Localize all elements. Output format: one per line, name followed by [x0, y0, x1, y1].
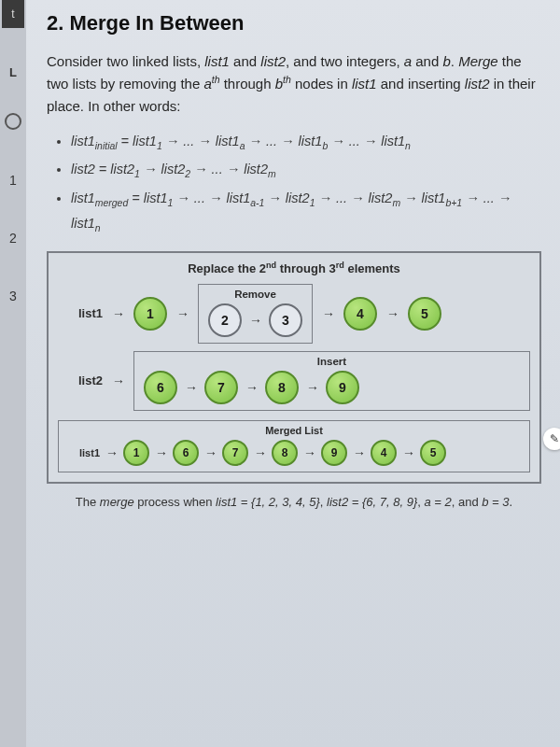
- diagram: Replace the 2nd through 3rd elements lis…: [47, 251, 541, 483]
- node-5: 5: [408, 297, 441, 331]
- arrow-icon: →: [155, 445, 167, 460]
- arrow-icon: →: [303, 445, 315, 460]
- merged-node: 8: [272, 440, 298, 466]
- arrow-icon: →: [245, 380, 258, 395]
- rail-tab[interactable]: t: [2, 0, 24, 28]
- insert-label: Insert: [144, 356, 520, 367]
- insert-group: Insert 6 → 7 → 8 → 9: [133, 351, 530, 411]
- rail-item-l[interactable]: L: [9, 65, 17, 79]
- arrow-icon: →: [112, 306, 124, 321]
- def-merged: list1merged = list11 → ... → list1a-1 → …: [71, 187, 541, 236]
- merged-label: Merged List: [66, 425, 522, 436]
- edit-icon[interactable]: ✎: [543, 428, 560, 450]
- arrow-icon: →: [112, 374, 124, 388]
- node-2: 2: [208, 303, 242, 337]
- list1-label: list1: [58, 306, 103, 320]
- list1-row: list1 → 1 → Remove 2 → 3 → 4 → 5: [58, 284, 530, 344]
- node-1: 1: [133, 297, 167, 331]
- problem-title: 2. Merge In Between: [47, 11, 541, 35]
- arrow-icon: →: [353, 445, 365, 460]
- merged-node: 9: [321, 440, 347, 466]
- rail-step-2[interactable]: 2: [9, 231, 17, 246]
- arrow-icon: →: [105, 445, 118, 460]
- node-3: 3: [269, 303, 302, 337]
- problem-intro: Consider two linked lists, list1 and lis…: [47, 50, 541, 117]
- node-8: 8: [265, 371, 299, 404]
- node-7: 7: [204, 371, 238, 404]
- arrow-icon: →: [402, 445, 414, 460]
- node-6: 6: [144, 371, 177, 404]
- list2-row: list2 → Insert 6 → 7 → 8 → 9: [58, 351, 530, 411]
- node-4: 4: [343, 297, 377, 331]
- definition-list: list1initial = list11 → ... → list1a → .…: [47, 130, 541, 237]
- arrow-icon: →: [306, 380, 318, 395]
- merged-node: 1: [123, 440, 149, 466]
- merged-node: 5: [420, 440, 446, 466]
- arrow-icon: →: [176, 306, 189, 321]
- merged-node: 7: [222, 440, 248, 466]
- merged-group: Merged List list1 → 1 → 6 → 7 → 8 → 9 → …: [58, 420, 530, 472]
- arrow-icon: →: [322, 306, 334, 321]
- diagram-title: Replace the 2nd through 3rd elements: [58, 261, 530, 275]
- rail-step-3[interactable]: 3: [9, 289, 17, 303]
- arrow-icon: →: [386, 306, 399, 321]
- remove-label: Remove: [208, 289, 302, 300]
- diagram-caption: The merge process when list1 = {1, 2, 3,…: [47, 493, 541, 512]
- merged-node: 4: [371, 440, 397, 466]
- list2-label: list2: [58, 374, 103, 388]
- arrow-icon: →: [249, 313, 261, 328]
- arrow-icon: →: [204, 445, 217, 460]
- def-list2: list2 = list21 → list22 → ... → list2m: [71, 158, 541, 183]
- arrow-icon: →: [185, 380, 197, 395]
- left-rail: t L 1 2 3: [0, 0, 26, 747]
- def-initial: list1initial = list11 → ... → list1a → .…: [71, 130, 541, 155]
- problem-content: 2. Merge In Between Consider two linked …: [26, 0, 560, 747]
- rail-step-1[interactable]: 1: [9, 173, 17, 188]
- list1-label-merged: list1: [66, 447, 100, 458]
- node-9: 9: [326, 371, 359, 404]
- merged-node: 6: [173, 440, 199, 466]
- circle-icon[interactable]: [5, 113, 21, 130]
- remove-group: Remove 2 → 3: [198, 284, 313, 344]
- arrow-icon: →: [254, 445, 266, 460]
